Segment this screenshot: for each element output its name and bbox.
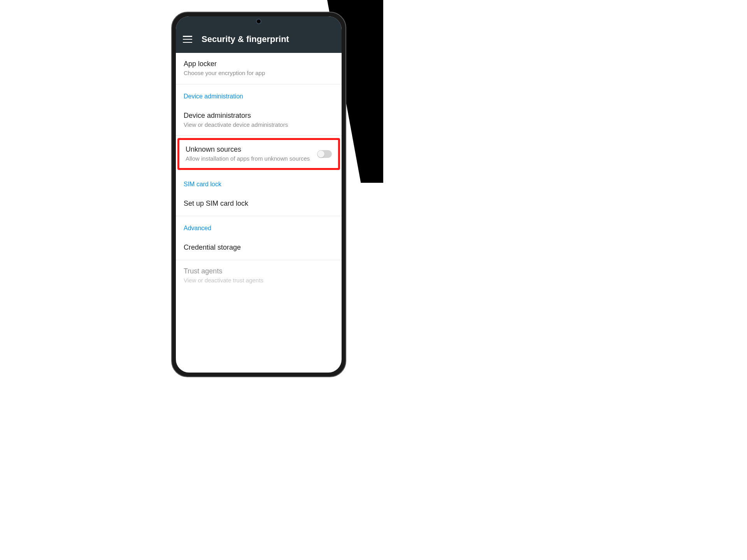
app-locker-item[interactable]: App locker Choose your encryption for ap… (176, 53, 342, 84)
front-camera (256, 19, 261, 24)
unknown-sources-toggle[interactable] (317, 150, 332, 158)
item-title: Unknown sources (186, 145, 312, 154)
section-advanced: Advanced (176, 216, 342, 236)
item-subtitle: Choose your encryption for app (184, 69, 334, 77)
item-subtitle: Allow installation of apps from unknown … (186, 155, 312, 163)
trust-agents-item[interactable]: Trust agents View or deactivate trust ag… (176, 260, 342, 286)
phone-frame: Security & fingerprint App locker Choose… (171, 12, 346, 377)
settings-list: App locker Choose your encryption for ap… (176, 53, 342, 285)
item-title: App locker (184, 60, 334, 68)
phone-screen: Security & fingerprint App locker Choose… (176, 16, 342, 373)
page-title: Security & fingerprint (202, 34, 289, 44)
unknown-sources-item[interactable]: Unknown sources Allow installation of ap… (177, 138, 340, 170)
device-administrators-item[interactable]: Device administrators View or deactivate… (176, 105, 342, 136)
credential-storage-item[interactable]: Credential storage (176, 236, 342, 260)
item-title: Set up SIM card lock (184, 200, 334, 208)
item-subtitle: View or deactivate trust agents (184, 276, 334, 284)
sim-card-lock-item[interactable]: Set up SIM card lock (176, 192, 342, 216)
hamburger-icon[interactable] (183, 36, 192, 43)
section-sim-card-lock: SIM card lock (176, 172, 342, 192)
item-subtitle: View or deactivate device administrators (184, 121, 334, 129)
item-title: Trust agents (184, 267, 334, 275)
item-title: Credential storage (184, 243, 334, 252)
item-title: Device administrators (184, 112, 334, 120)
section-device-administration: Device administration (176, 84, 342, 105)
